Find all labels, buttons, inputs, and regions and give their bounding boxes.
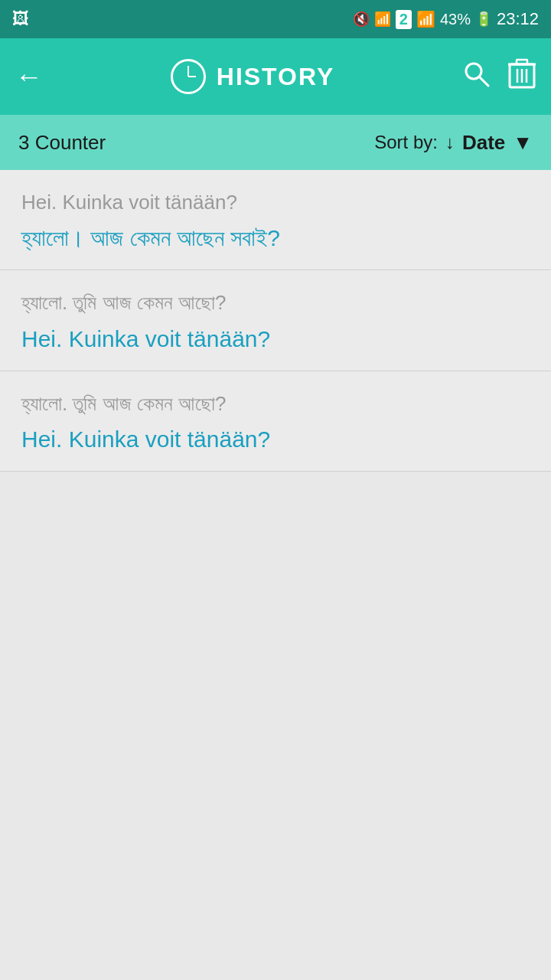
sort-date-label: Date	[462, 131, 505, 155]
sort-direction-icon: ↓	[445, 132, 455, 153]
translation-list: Hei. Kuinka voit tänään? হ্যালো। আজ কেমন…	[0, 170, 551, 472]
status-right: 🔇 📶 2 📶 43% 🔋 23:12	[353, 9, 539, 29]
svg-rect-4	[517, 60, 527, 64]
history-clock-icon	[171, 59, 206, 94]
sort-bar: 3 Counter Sort by: ↓ Date ▼	[0, 115, 551, 170]
back-button[interactable]: ←	[15, 60, 43, 93]
list-item[interactable]: হ্যালো. তুমি আজ কেমন আছো? Hei. Kuinka vo…	[0, 270, 551, 371]
dropdown-icon[interactable]: ▼	[513, 131, 533, 155]
sim-icon: 2	[396, 10, 412, 29]
list-item[interactable]: হ্যালো. তুমি আজ কেমন আছো? Hei. Kuinka vo…	[0, 371, 551, 472]
source-text: Hei. Kuinka voit tänään?	[21, 188, 530, 216]
status-left: 🖼	[12, 9, 29, 29]
counter-label: 3 Counter	[18, 131, 106, 155]
top-bar-center: HISTORY	[171, 59, 334, 94]
delete-button[interactable]	[508, 57, 536, 96]
signal-icon: 📶	[416, 10, 435, 28]
page-title: HISTORY	[217, 63, 334, 91]
top-bar: ← HISTORY	[0, 38, 551, 115]
mute-icon: 🔇	[353, 11, 370, 28]
translated-text: Hei. Kuinka voit tänään?	[21, 423, 530, 456]
source-text: হ্যালো. তুমি আজ কেমন আছো?	[21, 390, 530, 417]
source-text: হ্যালো. তুমি আজ কেমন আছো?	[21, 289, 530, 316]
time-display: 23:12	[497, 9, 539, 29]
list-item[interactable]: Hei. Kuinka voit tänään? হ্যালো। আজ কেমন…	[0, 170, 551, 270]
svg-line-1	[479, 77, 488, 86]
wifi-icon: 📶	[374, 11, 391, 28]
battery-icon: 🔋	[475, 11, 492, 28]
sort-controls[interactable]: Sort by: ↓ Date ▼	[374, 131, 533, 155]
battery-percent: 43%	[440, 11, 471, 28]
translated-text: হ্যালো। আজ কেমন আছেন সবাই?	[21, 222, 530, 254]
search-button[interactable]	[462, 60, 490, 93]
sort-by-label: Sort by:	[374, 132, 438, 153]
status-bar: 🖼 🔇 📶 2 📶 43% 🔋 23:12	[0, 0, 551, 38]
screen-icon: 🖼	[12, 9, 29, 29]
translated-text: Hei. Kuinka voit tänään?	[21, 323, 530, 355]
